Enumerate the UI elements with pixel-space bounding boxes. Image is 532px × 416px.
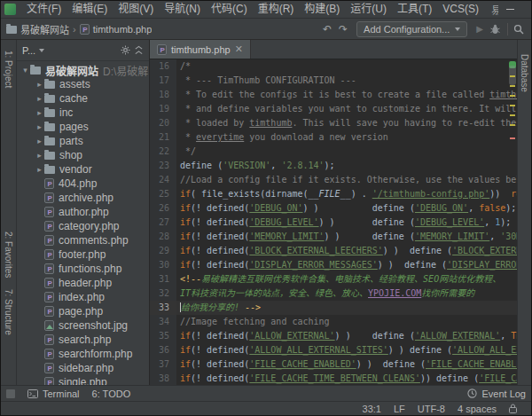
menu-item[interactable]: 运行(U) (345, 1, 392, 18)
tree-item-cache[interactable]: ▸cache (17, 91, 149, 106)
code-line[interactable]: 23define ('VERSION', '2.8.14'); (150, 159, 517, 173)
close-tab-icon[interactable]: ✕ (235, 44, 243, 54)
tree-item-parts[interactable]: ▸parts (17, 134, 149, 148)
tab-timthumb-php[interactable]: timthumb.php ✕ (150, 40, 251, 59)
tree-item-search-php[interactable]: search.php (17, 333, 149, 347)
code-line[interactable]: 20 * loaded by timthumb. This will save … (150, 116, 517, 130)
toolwindow-button-structure[interactable]: 7: Structure (4, 289, 13, 335)
toolwindow-event-log[interactable]: Event Log (467, 389, 526, 399)
tree-root-row[interactable]: ▾易破解网站D:\易破解 (17, 63, 149, 77)
readonly-toggle[interactable] (509, 404, 517, 413)
chevron-collapsed-icon[interactable]: ▸ (35, 151, 44, 160)
tree-item-screenshot-jpg[interactable]: screenshot.jpg (17, 318, 149, 333)
caret-position[interactable]: 33:1 (363, 404, 381, 414)
warning-stripe-mark[interactable] (510, 105, 515, 106)
debug-button[interactable] (487, 24, 504, 35)
code-line[interactable]: 36if(! defined('ALLOW_ALL_EXTERNAL_SITES… (150, 343, 517, 357)
code-line[interactable]: 29if(! defined('BLOCK_EXTERNAL_LEECHERS'… (150, 244, 517, 258)
project-settings-button[interactable] (121, 45, 130, 55)
code-editor[interactable]: 16/*17 * --- TimThumb CONFIGURATION ---1… (150, 59, 517, 385)
menu-item[interactable]: 重构(R) (253, 1, 300, 18)
code-line[interactable]: 24//Load a config file if it exists. Oth… (150, 173, 517, 187)
code-line[interactable]: 26if(! defined('DEBUG_ON') ) define ('DE… (150, 201, 517, 216)
tree-item-single-php[interactable]: single.php (17, 375, 149, 385)
run-button[interactable]: ▶ (473, 24, 487, 34)
code-line[interactable]: 25if( file_exists(dirname(__FILE__) . '/… (150, 187, 517, 201)
code-line[interactable]: 37if(! defined('FILE_CACHE_ENABLED') ) d… (150, 357, 517, 372)
menu-item[interactable]: 构建(B) (299, 1, 345, 18)
code-line[interactable]: 21 * everytime you download a new versio… (150, 130, 517, 145)
code-line[interactable]: 30if(! defined('DISPLAY_ERROR_MESSAGES')… (150, 258, 517, 272)
file-encoding[interactable]: UTF-8 (418, 404, 445, 414)
warning-stripe-mark[interactable] (510, 95, 515, 97)
tree-item-shop[interactable]: ▸shop (17, 148, 149, 162)
tree-item-pages[interactable]: ▸pages (17, 120, 149, 134)
menu-item[interactable]: 文件(F) (21, 1, 66, 18)
tree-item-functions-php[interactable]: functions.php (17, 262, 149, 276)
tree-item-vendor[interactable]: ▸vendor (17, 162, 149, 177)
tree-item-archive-php[interactable]: archive.php (17, 191, 149, 205)
code-line[interactable]: 22 */ (150, 145, 517, 159)
toolwindow-switcher-icon[interactable] (6, 389, 15, 398)
warning-stripe-mark[interactable] (510, 137, 515, 139)
chevron-collapsed-icon[interactable]: ▸ (35, 122, 44, 131)
run-configuration-select[interactable]: Add Configuration... (356, 21, 467, 37)
indent-setting[interactable]: 4 spaces (458, 404, 497, 414)
tree-item-searchform-php[interactable]: searchform.php (17, 347, 149, 361)
breadcrumb-item[interactable]: timthumb.php (80, 24, 153, 35)
tree-item-sidebar-php[interactable]: sidebar.php (17, 361, 149, 375)
toolwindow-button-database[interactable]: Database (520, 54, 529, 92)
menu-item[interactable]: 代码(C) (206, 1, 253, 18)
code-line[interactable]: 35if(! defined('ALLOW_EXTERNAL') ) defin… (150, 329, 517, 343)
chevron-expanded-icon[interactable]: ▾ (20, 66, 30, 75)
tree-item-index-php[interactable]: index.php (17, 290, 149, 304)
project-view-selector[interactable]: P... (22, 45, 44, 56)
warning-stripe-mark[interactable] (510, 114, 515, 116)
code-line[interactable]: 33给你我分享的! --> (150, 301, 517, 315)
tree-item-page-php[interactable]: page.php (17, 304, 149, 318)
code-line[interactable]: 32IT科技资讯为一体的站点，安全、绿色、放心、YPOJIE.COM找你所需要的 (150, 286, 517, 301)
menu-item[interactable]: VCS(S) (437, 1, 484, 18)
breadcrumb-item[interactable]: 易破解网站 (6, 22, 69, 36)
warning-stripe-mark[interactable] (510, 124, 515, 126)
tree-item-author-php[interactable]: author.php (17, 205, 149, 219)
code-line[interactable]: 16/* (150, 59, 517, 74)
collapse-all-button[interactable] (134, 45, 144, 55)
code-line[interactable]: 28if(! defined('MEMORY_LIMIT') ) define … (150, 230, 517, 244)
toolwindow-button-favorites[interactable]: 2: Favorites (4, 232, 13, 278)
tree-item-comments-php[interactable]: comments.php (17, 233, 149, 247)
menu-item[interactable]: 导航(N) (159, 1, 206, 18)
code-line[interactable]: 19 * and define variables you want to cu… (150, 102, 517, 116)
minimize-button[interactable] (498, 1, 522, 18)
chevron-collapsed-icon[interactable]: ▸ (35, 165, 44, 174)
code-line[interactable]: 27if(! defined('DEBUG_LEVEL') ) define (… (150, 216, 517, 230)
tree-item-assets[interactable]: ▸assets (17, 77, 149, 91)
menu-item[interactable]: 工具(T) (392, 1, 437, 18)
tree-item-category-php[interactable]: category.php (17, 219, 149, 233)
chevron-collapsed-icon[interactable]: ▸ (35, 137, 44, 145)
search-everywhere-button[interactable] (512, 24, 526, 35)
code-line[interactable]: 18 * To edit the configs it is best to c… (150, 88, 517, 102)
menu-item[interactable]: 视图(V) (113, 1, 159, 18)
code-line[interactable]: 34//Image fetching and caching (150, 315, 517, 329)
chevron-collapsed-icon[interactable]: ▸ (35, 94, 44, 103)
menu-item[interactable]: 编辑(E) (66, 1, 113, 18)
code-line[interactable]: 31<!--易破解精选互联网优秀软件合集、电脑技术、经验教程、SEO网站优化教程… (150, 272, 517, 286)
warning-stripe-mark[interactable] (510, 75, 515, 77)
maximize-button[interactable] (522, 1, 532, 18)
tree-item-header-php[interactable]: header.php (17, 276, 149, 290)
line-separator[interactable]: LF (394, 404, 405, 414)
code-line[interactable]: 17 * --- TimThumb CONFIGURATION --- (150, 74, 517, 88)
navigate-forward-icon[interactable]: ↷ (335, 23, 351, 35)
warning-stripe-mark[interactable] (510, 85, 515, 87)
navigate-back-icon[interactable]: ↶ (319, 23, 335, 35)
toolwindow-button-project[interactable]: 1: Project (4, 51, 13, 88)
tree-item-inc[interactable]: ▸inc (17, 106, 149, 120)
toolwindow-todo[interactable]: 6: TODO (92, 389, 131, 399)
chevron-collapsed-icon[interactable]: ▸ (35, 108, 44, 117)
tree-item-404-php[interactable]: 404.php (17, 177, 149, 191)
tree-item-footer-php[interactable]: footer.php (17, 247, 149, 262)
chevron-collapsed-icon[interactable]: ▸ (35, 80, 44, 89)
code-line[interactable]: 38if(! defined('FILE_CACHE_TIME_BETWEEN_… (150, 372, 517, 385)
editor-scrollbar[interactable] (508, 59, 517, 385)
